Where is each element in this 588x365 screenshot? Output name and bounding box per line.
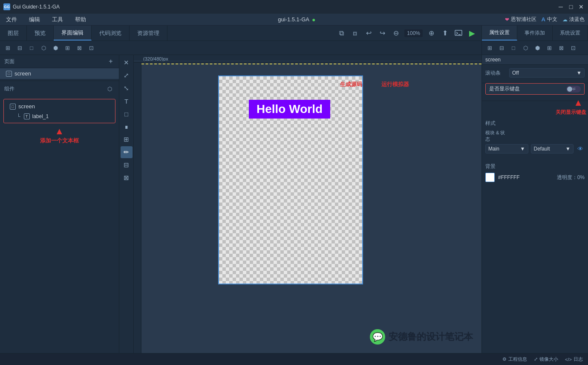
canvas-tool-grid[interactable]: ⊠	[121, 172, 133, 184]
label-tree-item[interactable]: └ T label_1	[4, 112, 115, 121]
log-icon: </>	[565, 357, 572, 362]
tab-system[interactable]: 系统设置	[553, 26, 588, 41]
tab-resources[interactable]: 资源管理	[130, 26, 167, 41]
language-selector[interactable]: A 中文	[542, 16, 557, 23]
right-sec-icon-4[interactable]: ⬡	[520, 43, 530, 53]
tab-layers[interactable]: 图层	[0, 26, 27, 41]
sec-icon-1[interactable]: ⊞	[3, 43, 13, 53]
menu-file[interactable]: 文件	[3, 15, 20, 24]
sec-icon-7[interactable]: ⊠	[74, 43, 84, 53]
canvas-tool-minus[interactable]: ⊟	[121, 159, 133, 171]
tab-editor[interactable]: 界面编辑	[54, 26, 92, 41]
sec-icon-8[interactable]: ⊡	[86, 43, 96, 53]
sec-icon-3[interactable]: □	[26, 43, 37, 53]
undo-button[interactable]: ↩	[363, 27, 375, 39]
right-panel: screen 滚动条 Off ▼ 是否显示键盘 OFF	[481, 55, 588, 353]
paste-button[interactable]: ⧈	[349, 27, 361, 39]
sec-icon-2[interactable]: ⊟	[14, 43, 25, 53]
log-item[interactable]: </> 日志	[565, 356, 583, 362]
right-sec-icon-1[interactable]: ⊞	[484, 43, 495, 53]
label-item-icon: T	[24, 113, 30, 119]
menu-help[interactable]: 帮助	[72, 15, 89, 24]
status-bar: ⚙ 工程信息 ⤢ 镜像大小 </> 日志	[0, 353, 588, 365]
right-sec-icon-2[interactable]: ⊟	[496, 43, 507, 53]
canvas-tool-image[interactable]: ⊞	[121, 133, 133, 145]
module-select[interactable]: Main ▼	[485, 144, 528, 154]
right-sec-icon-6[interactable]: ⊞	[544, 43, 554, 53]
sec-icon-5[interactable]: ⬢	[50, 43, 61, 53]
state-select[interactable]: Default ▼	[531, 144, 574, 154]
module-state-label: 模块 & 状态	[485, 130, 507, 142]
bg-color-swatch[interactable]	[485, 173, 495, 182]
copy-button[interactable]: ⧉	[335, 27, 347, 39]
zoom-in-button[interactable]: ⊕	[425, 27, 437, 39]
visibility-toggle[interactable]: 👁	[576, 145, 585, 153]
canvas-tool-rect[interactable]: □	[121, 108, 133, 120]
canvas-tool-select[interactable]: ✕	[121, 57, 133, 69]
minimize-button[interactable]: ─	[557, 3, 564, 10]
generate-code-button[interactable]	[453, 27, 464, 39]
zoom-level: 100%	[404, 29, 423, 37]
canvas-tool-bar[interactable]: ∎	[121, 121, 133, 133]
right-sec-icon-8[interactable]: ⊡	[568, 43, 578, 53]
bg-section: 背景 #FFFFFF 透明度：0%	[482, 159, 588, 185]
tab-events[interactable]: 事件添加	[517, 26, 553, 41]
canvas-screen[interactable]: Hello World	[218, 75, 363, 284]
canvas-tool-resize[interactable]: ⤡	[121, 82, 133, 94]
component-tree-outline: □ screen └ T label_1	[3, 99, 115, 123]
expand-component-button[interactable]: ⬡	[104, 84, 115, 94]
component-screen-item[interactable]: □ screen	[4, 101, 115, 112]
scrollbar-select[interactable]: Off ▼	[509, 68, 585, 78]
app-title: Gui Guider-1.5.1-GA	[13, 4, 557, 10]
component-screen-icon: □	[10, 104, 16, 110]
right-sec-icon-5[interactable]: ⬢	[532, 43, 542, 53]
keyboard-toggle-row: 是否显示键盘 OFF	[485, 83, 585, 95]
canvas-tool-text[interactable]: T	[121, 95, 133, 107]
keyboard-arrow-icon: ▲	[574, 97, 583, 108]
community-link[interactable]: ❤ 恩智浦社区	[505, 16, 536, 23]
project-info-item[interactable]: ⚙ 工程信息	[502, 356, 527, 362]
online-indicator: ●	[312, 16, 315, 23]
redo-button[interactable]: ↪	[376, 27, 388, 39]
right-sec-icon-3[interactable]: □	[508, 43, 519, 53]
run-simulator-button[interactable]: ▶	[466, 27, 478, 39]
secondary-toolbar-row: ⊞ ⊟ □ ⬡ ⬢ ⊞ ⊠ ⊡ ⊞ ⊟ □ ⬡ ⬢ ⊞ ⊠ ⊡	[0, 41, 588, 55]
tab-code[interactable]: 代码浏览	[92, 26, 130, 41]
menu-edit[interactable]: 编辑	[26, 15, 43, 24]
maximize-button[interactable]: □	[568, 3, 574, 10]
ruler-left	[134, 63, 141, 353]
community-icon: ❤	[505, 17, 509, 23]
right-secondary-toolbar: ⊞ ⊟ □ ⬡ ⬢ ⊞ ⊠ ⊡	[481, 41, 588, 55]
tab-preview[interactable]: 预览	[27, 26, 54, 41]
right-sec-icon-7[interactable]: ⊠	[556, 43, 566, 53]
main-layout: 页面 + □ screen 组件 ⬡ □ screen	[0, 55, 588, 353]
close-button[interactable]: ✕	[578, 3, 585, 10]
canvas-tool-move[interactable]: ⤢	[121, 70, 133, 81]
add-text-annotation: ▲ 添加一个文本框	[0, 126, 119, 145]
zoom-out-button[interactable]: ⊖	[390, 27, 402, 39]
add-textbox-annotation-label: 添加一个文本框	[0, 137, 119, 145]
title-bar: GG Gui Guider-1.5.1-GA ─ □ ✕	[0, 0, 588, 14]
canvas-tool-pen[interactable]: ✏	[121, 146, 133, 158]
keyboard-toggle-switch[interactable]: OFF	[566, 86, 581, 93]
child-indent-icon: └	[17, 113, 20, 119]
screen-tree-item[interactable]: □ screen	[0, 68, 119, 79]
module-row: Main ▼ Default ▼ 👁	[485, 144, 585, 154]
scrollbar-chevron-icon: ▼	[576, 70, 582, 76]
bg-row: #FFFFFF 透明度：0%	[485, 173, 585, 182]
sec-icon-4[interactable]: ⬡	[38, 43, 49, 53]
export-button[interactable]: ⬆	[439, 27, 451, 39]
image-size-item[interactable]: ⤢ 镜像大小	[534, 356, 558, 362]
tab-properties[interactable]: 属性设置	[482, 26, 517, 41]
toolbar: 图层 预览 界面编辑 代码浏览 资源管理 ⧉ ⧈ ↩ ↪ ⊖ 100% ⊕ ⬆ …	[0, 26, 588, 41]
toolbar-actions: ⧉ ⧈ ↩ ↪ ⊖ 100% ⊕ ⬆ ▶	[167, 27, 481, 39]
sec-icon-6[interactable]: ⊞	[62, 43, 72, 53]
menu-bar-right: ❤ 恩智浦社区 A 中文 ☁ 淡蓝色	[505, 16, 585, 23]
project-info-icon: ⚙	[502, 356, 507, 362]
bg-opacity-value: 透明度：0%	[557, 174, 585, 181]
menu-tools[interactable]: 工具	[49, 15, 66, 24]
menu-bar-title: gui-1.5.1-GA ●	[95, 16, 498, 23]
add-page-button[interactable]: +	[107, 58, 115, 65]
theme-selector[interactable]: ☁ 淡蓝色	[562, 16, 585, 23]
window-controls: ─ □ ✕	[557, 3, 585, 10]
